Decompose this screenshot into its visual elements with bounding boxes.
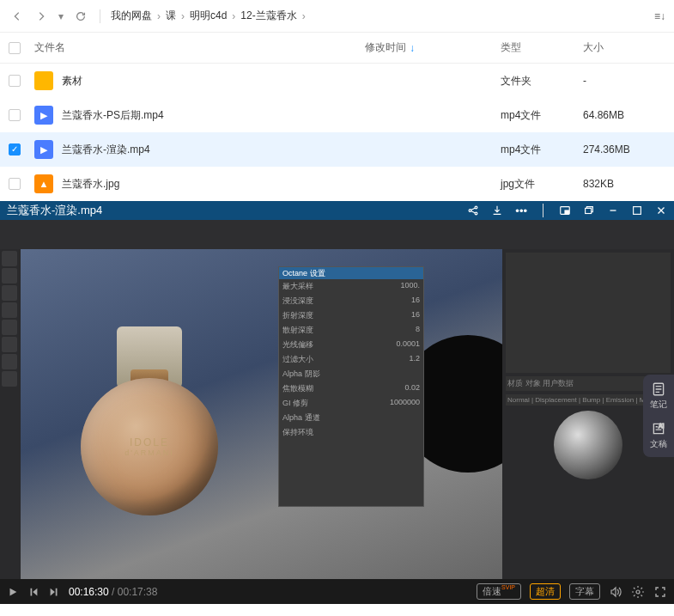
row-checkbox[interactable] — [9, 109, 21, 121]
chevron-right-icon: › — [302, 10, 306, 22]
svg-rect-4 — [565, 210, 568, 214]
file-type: mp4文件 — [501, 108, 583, 123]
breadcrumb: 我的网盘 › 课 › 明明c4d › 12-兰蔻香水 › — [111, 9, 306, 23]
table-row[interactable]: ▲兰蔻香水.jpgjpg文件832KB — [0, 167, 674, 201]
breadcrumb-item[interactable]: 12-兰蔻香水 — [240, 9, 296, 23]
column-name[interactable]: 文件名 — [31, 40, 365, 55]
close-icon[interactable] — [655, 204, 667, 217]
video-icon: ▶ — [34, 140, 53, 159]
file-name: 兰蔻香水-PS后期.mp4 — [62, 108, 164, 123]
panel-row[interactable]: Alpha 通道 — [279, 411, 423, 425]
share-icon[interactable] — [467, 204, 479, 217]
panel-row[interactable]: 过滤大小1.2 — [279, 352, 423, 367]
perfume-bottle: IDOLE d'ARMANI — [64, 318, 235, 524]
chevron-right-icon: › — [232, 10, 235, 22]
video-icon: ▶ — [34, 106, 53, 125]
file-type: 文件夹 — [501, 74, 583, 88]
pip-icon[interactable] — [559, 204, 571, 217]
row-checkbox[interactable] — [9, 75, 21, 87]
breadcrumb-item[interactable]: 明明c4d — [190, 9, 227, 23]
column-size[interactable]: 大小 — [583, 40, 665, 55]
next-icon[interactable] — [48, 586, 60, 598]
download-icon[interactable] — [491, 204, 503, 217]
panel-row[interactable]: 浸没深度16 — [279, 294, 423, 308]
sort-icon[interactable]: ≡↓ — [654, 10, 665, 22]
folder-icon — [34, 71, 53, 90]
column-modtime[interactable]: 修改时间 ↓ — [365, 40, 501, 55]
notes-tool[interactable]: 笔记 — [648, 381, 669, 411]
brand-text: d'ARMANI — [124, 448, 174, 457]
nav-forward-icon[interactable] — [33, 8, 50, 25]
breadcrumb-item[interactable]: 课 — [166, 9, 176, 23]
svg-text:AI: AI — [659, 423, 665, 429]
nav-dropdown-icon[interactable]: ▾ — [57, 8, 65, 25]
restore-icon[interactable] — [583, 204, 595, 217]
play-icon[interactable] — [7, 586, 19, 598]
file-type: mp4文件 — [501, 143, 583, 157]
refresh-icon[interactable] — [72, 8, 89, 25]
panel-row[interactable]: 焦散模糊0.02 — [279, 381, 423, 396]
player-controls: 00:16:30 / 00:17:38 倍速SVIP 超清 字幕 — [0, 579, 674, 604]
subtitle-button[interactable]: 字幕 — [569, 583, 600, 600]
image-icon: ▲ — [34, 174, 53, 193]
panel-row[interactable]: Alpha 阴影 — [279, 367, 423, 381]
table-header: 文件名 修改时间 ↓ 类型 大小 — [0, 33, 674, 64]
row-checkbox[interactable] — [9, 143, 21, 156]
playback-time: 00:16:30 / 00:17:38 — [69, 586, 157, 598]
panel-row[interactable]: 折射深度16 — [279, 308, 423, 323]
chevron-right-icon: › — [157, 10, 161, 22]
nav-back-icon[interactable] — [9, 8, 26, 25]
quality-button[interactable]: 超清 — [530, 583, 561, 600]
divider — [100, 9, 100, 23]
select-all-checkbox[interactable] — [9, 42, 21, 54]
table-row[interactable]: 素材文件夹- — [0, 64, 674, 98]
settings-icon[interactable] — [631, 585, 645, 599]
transcript-tool[interactable]: AI 文稿 — [648, 421, 669, 450]
svg-point-1 — [475, 206, 477, 209]
file-size: - — [583, 75, 665, 87]
chevron-right-icon: › — [181, 10, 185, 22]
file-type: jpg文件 — [501, 177, 583, 192]
prev-icon[interactable] — [27, 586, 39, 598]
panel-title: Octane 设置 — [279, 267, 423, 279]
volume-icon[interactable] — [609, 585, 622, 599]
material-preview[interactable] — [554, 411, 622, 479]
video-player: 兰蔻香水-渲染.mp4 ••• IDOLE d'ARMANI — [0, 201, 674, 604]
player-title: 兰蔻香水-渲染.mp4 — [7, 203, 455, 218]
file-name: 兰蔻香水-渲染.mp4 — [62, 143, 150, 157]
panel-row[interactable]: 光线偏移0.0001 — [279, 338, 423, 352]
panel-row[interactable]: 保持环境 — [279, 425, 423, 440]
minimize-icon[interactable] — [607, 204, 619, 217]
column-type[interactable]: 类型 — [501, 40, 583, 55]
speed-button[interactable]: 倍速SVIP — [477, 583, 521, 600]
table-row[interactable]: ▶兰蔻香水-渲染.mp4mp4文件274.36MB — [0, 132, 674, 167]
side-tools: 笔记 AI 文稿 — [643, 375, 674, 457]
breadcrumb-toolbar: ▾ 我的网盘 › 课 › 明明c4d › 12-兰蔻香水 › ≡↓ — [0, 0, 674, 33]
row-checkbox[interactable] — [9, 178, 21, 190]
svg-rect-5 — [586, 208, 592, 213]
octane-settings-panel[interactable]: Octane 设置 最大采样1000.浸没深度16折射深度16散射深度8光线偏移… — [278, 266, 424, 507]
file-name: 兰蔻香水.jpg — [62, 177, 119, 192]
table-row[interactable]: ▶兰蔻香水-PS后期.mp4mp4文件64.86MB — [0, 98, 674, 132]
player-body: IDOLE d'ARMANI Octane 设置 最大采样1000.浸没深度16… — [0, 220, 674, 579]
file-list: 素材文件夹-▶兰蔻香水-PS后期.mp4mp4文件64.86MB▶兰蔻香水-渲染… — [0, 64, 674, 201]
fullscreen-icon[interactable] — [653, 585, 667, 599]
object-tree[interactable] — [506, 253, 671, 373]
player-titlebar: 兰蔻香水-渲染.mp4 ••• — [0, 201, 674, 220]
svg-point-2 — [475, 212, 477, 215]
panel-row[interactable]: GI 修剪1000000 — [279, 396, 423, 411]
more-icon[interactable]: ••• — [515, 204, 527, 217]
panel-row[interactable]: 最大采样1000. — [279, 279, 423, 294]
file-size: 274.36MB — [583, 143, 665, 156]
panel-row[interactable]: 散射深度8 — [279, 323, 423, 338]
c4d-toolbar — [0, 220, 674, 249]
svg-point-9 — [636, 590, 640, 594]
file-name: 素材 — [62, 74, 82, 88]
c4d-left-toolbar — [0, 249, 21, 579]
brand-text: IDOLE — [130, 436, 169, 448]
maximize-icon[interactable] — [631, 204, 643, 217]
svg-rect-6 — [634, 207, 641, 215]
c4d-viewport[interactable]: IDOLE d'ARMANI Octane 设置 最大采样1000.浸没深度16… — [21, 249, 502, 579]
file-size: 832KB — [583, 178, 665, 190]
breadcrumb-root[interactable]: 我的网盘 — [111, 9, 152, 23]
